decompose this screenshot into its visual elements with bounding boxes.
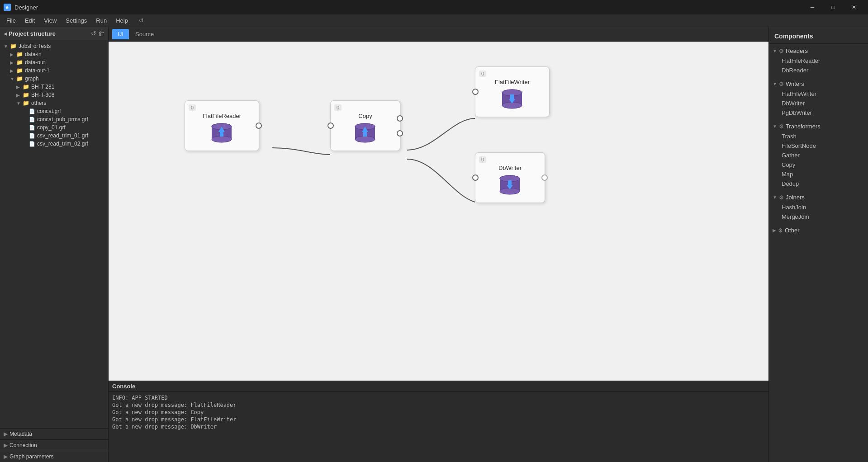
comp-section-other-header[interactable]: ▶ ⚙ Other xyxy=(769,225,868,236)
tree-item-bht281[interactable]: ▶ 📁 BH-T-281 xyxy=(0,83,108,91)
node-counter-flatfilereader: 0 xyxy=(189,104,196,111)
tree-item-bht308[interactable]: ▶ 📁 BH-T-308 xyxy=(0,91,108,99)
main-layout: ◂ Project structure ↺ 🗑 ▼ 📁 JobsForTests… xyxy=(0,27,868,462)
menu-file[interactable]: File xyxy=(2,15,20,26)
app-title: Designer xyxy=(14,4,798,11)
menu-edit[interactable]: Edit xyxy=(20,15,39,26)
comp-section-joiners-header[interactable]: ▼ ⚙ Joiners xyxy=(769,192,868,203)
comp-section-readers: ▼ ⚙ Readers FlatFileReader DbReader xyxy=(769,44,868,77)
node-title-dbwriter: DbWriter xyxy=(479,165,541,171)
node-title-flatfilewriter: FlatFileWriter xyxy=(479,79,545,85)
window-controls: ─ □ ✕ xyxy=(802,0,864,14)
sidebar-section-metadata: ▶ Metadata xyxy=(0,428,108,439)
comp-item-dedup[interactable]: Dedup xyxy=(769,179,868,189)
svg-point-8 xyxy=(355,136,375,142)
app-icon: e xyxy=(4,4,11,11)
connections-svg xyxy=(109,42,768,381)
console-content: INFO: APP STARTED Got a new drop message… xyxy=(109,392,768,462)
minimize-button[interactable]: ─ xyxy=(802,0,823,14)
comp-item-map[interactable]: Map xyxy=(769,170,868,179)
tree-item-others[interactable]: ▼ 📁 others xyxy=(0,99,108,107)
node-dbwriter[interactable]: 0 DbWriter xyxy=(475,152,545,203)
node-icon-copy xyxy=(334,123,396,147)
content-area: UI Source 0 FlatFileReader xyxy=(109,27,768,462)
comp-item-pgdbwriter[interactable]: PgDbWriter xyxy=(769,108,868,118)
sidebar: ◂ Project structure ↺ 🗑 ▼ 📁 JobsForTests… xyxy=(0,27,109,462)
close-button[interactable]: ✕ xyxy=(844,0,864,14)
node-flatfilereader[interactable]: 0 FlatFileReader xyxy=(185,100,259,151)
comp-section-joiners: ▼ ⚙ Joiners HashJoin MergeJoin xyxy=(769,190,868,223)
comp-item-dbwriter[interactable]: DbWriter xyxy=(769,99,868,108)
comp-item-gather[interactable]: Gather xyxy=(769,151,868,160)
svg-rect-17 xyxy=(510,94,514,99)
metadata-section-header[interactable]: ▶ Metadata xyxy=(0,429,108,439)
port-out-flatfilereader[interactable] xyxy=(256,123,262,129)
node-icon-dbwriter xyxy=(479,175,541,199)
connection-section-header[interactable]: ▶ Connection xyxy=(0,440,108,451)
components-panel: Components ▼ ⚙ Readers FlatFileReader Db… xyxy=(768,27,868,462)
console: Console INFO: APP STARTED Got a new drop… xyxy=(109,381,768,462)
svg-point-2 xyxy=(212,136,232,142)
comp-item-flatfilereader[interactable]: FlatFileReader xyxy=(769,56,868,66)
node-flatfilewriter[interactable]: 0 FlatFileWriter xyxy=(475,66,550,117)
project-tree: ▼ 📁 JobsForTests ▶ 📁 data-in ▶ 📁 data-ou… xyxy=(0,40,108,428)
sidebar-toggle[interactable]: ◂ xyxy=(4,30,7,37)
tree-item-data-out-1[interactable]: ▶ 📁 data-out-1 xyxy=(0,66,108,75)
port-out-copy-top[interactable] xyxy=(397,115,403,122)
menu-view[interactable]: View xyxy=(39,15,61,26)
undo-button[interactable]: ↺ xyxy=(136,16,147,25)
svg-rect-23 xyxy=(508,180,512,185)
comp-item-flatfilewriter[interactable]: FlatFileWriter xyxy=(769,89,868,99)
node-icon-flatfilereader xyxy=(189,123,255,147)
tree-item-jobsfortests[interactable]: ▼ 📁 JobsForTests xyxy=(0,42,108,50)
tree-item-concat-pub-prms-grf[interactable]: ▶ 📄 concat_pub_prms.grf xyxy=(0,115,108,123)
tree-item-data-out[interactable]: ▶ 📁 data-out xyxy=(0,58,108,66)
tree-item-graph[interactable]: ▼ 📁 graph xyxy=(0,75,108,83)
comp-item-filesortrnode[interactable]: FileSortNode xyxy=(769,141,868,151)
sidebar-delete-button[interactable]: 🗑 xyxy=(98,30,104,37)
comp-section-transformers-header[interactable]: ▼ ⚙ Transformers xyxy=(769,121,868,132)
comp-item-copy[interactable]: Copy xyxy=(769,160,868,170)
sidebar-title: Project structure xyxy=(9,30,89,37)
node-icon-flatfilewriter xyxy=(479,89,545,113)
sidebar-undo-button[interactable]: ↺ xyxy=(91,30,96,37)
tree-item-csv-read-trim01-grf[interactable]: ▶ 📄 csv_read_trim_01.grf xyxy=(0,132,108,140)
port-in-flatfilewriter[interactable] xyxy=(472,89,479,95)
comp-section-readers-header[interactable]: ▼ ⚙ Readers xyxy=(769,46,868,56)
node-title-copy: Copy xyxy=(334,113,396,119)
canvas-area[interactable]: 0 FlatFileReader xyxy=(109,42,768,381)
tree-item-csv-read-trim02-grf[interactable]: ▶ 📄 csv_read_trim_02.grf xyxy=(0,140,108,148)
tree-item-copy01-grf[interactable]: ▶ 📄 copy_01.grf xyxy=(0,123,108,132)
comp-item-trash[interactable]: Trash xyxy=(769,132,868,141)
port-out-copy-bottom[interactable] xyxy=(397,130,403,137)
comp-section-writers: ▼ ⚙ Writers FlatFileWriter DbWriter PgDb… xyxy=(769,77,868,119)
sidebar-section-connection: ▶ Connection xyxy=(0,439,108,451)
port-in-dbwriter[interactable] xyxy=(472,174,479,181)
tree-item-concat-grf[interactable]: ▶ 📄 concat.grf xyxy=(0,107,108,115)
node-copy[interactable]: 0 Copy xyxy=(330,100,400,151)
tree-item-data-in[interactable]: ▶ 📁 data-in xyxy=(0,50,108,58)
comp-item-mergejoin[interactable]: MergeJoin xyxy=(769,212,868,222)
comp-item-dbreader[interactable]: DbReader xyxy=(769,66,868,75)
sidebar-header: ◂ Project structure ↺ 🗑 xyxy=(0,27,108,40)
console-line-3: Got a new drop message: FlatFileWriter xyxy=(112,416,765,423)
node-counter-copy: 0 xyxy=(334,104,342,111)
tab-ui[interactable]: UI xyxy=(112,29,129,39)
comp-item-hashjoin[interactable]: HashJoin xyxy=(769,203,868,212)
graph-params-section-header[interactable]: ▶ Graph parameters xyxy=(0,451,108,462)
menu-run[interactable]: Run xyxy=(91,15,111,26)
port-in-copy[interactable] xyxy=(327,123,334,129)
comp-section-writers-header[interactable]: ▼ ⚙ Writers xyxy=(769,79,868,89)
console-line-1: Got a new drop message: FlatFileReader xyxy=(112,402,765,408)
menu-settings[interactable]: Settings xyxy=(61,15,91,26)
components-panel-title: Components xyxy=(769,29,868,44)
menu-help[interactable]: Help xyxy=(111,15,133,26)
maximize-button[interactable]: □ xyxy=(823,0,844,14)
menubar: File Edit View Settings Run Help ↺ xyxy=(0,14,868,27)
node-counter-flatfilewriter: 0 xyxy=(479,71,486,77)
tab-source[interactable]: Source xyxy=(130,29,159,39)
console-line-0: INFO: APP STARTED xyxy=(112,395,765,401)
console-header: Console xyxy=(109,381,768,392)
port-out-dbwriter[interactable] xyxy=(541,174,548,181)
node-title-flatfilereader: FlatFileReader xyxy=(189,113,255,119)
